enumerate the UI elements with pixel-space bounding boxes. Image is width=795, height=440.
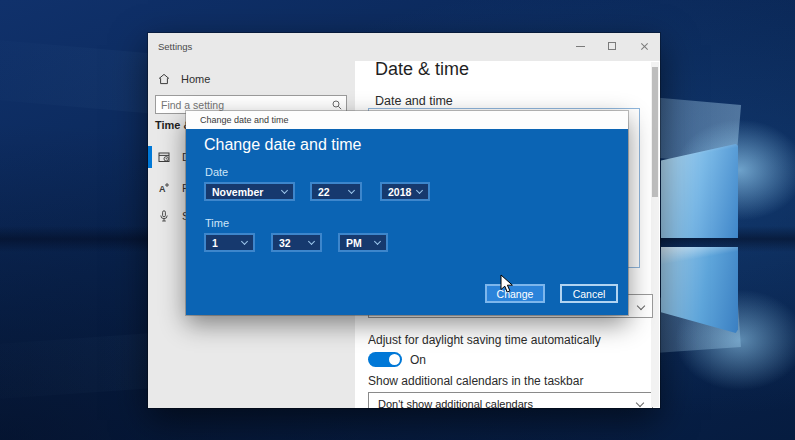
combobox-value: Don't show additional calendars (378, 398, 533, 408)
logo-glow (650, 100, 795, 240)
window-title: Settings (158, 41, 192, 52)
chevron-down-icon (308, 237, 315, 244)
search-icon (332, 100, 342, 110)
ampm-select[interactable]: PM (338, 233, 388, 252)
date-label: Date (205, 166, 228, 178)
chevron-down-icon (348, 186, 355, 193)
additional-calendars-combobox[interactable]: Don't show additional calendars (368, 392, 653, 408)
cancel-button[interactable]: Cancel (560, 284, 618, 303)
language-icon: A (158, 182, 170, 194)
minute-select[interactable]: 32 (271, 233, 322, 252)
windows-logo-pane-top (661, 141, 738, 238)
toggle-knob (389, 354, 400, 365)
year-value: 2018 (388, 186, 411, 198)
home-label: Home (181, 73, 210, 85)
desktop: Settings Home Time & language Date & tim… (0, 0, 795, 440)
windows-logo-pane-bottom (661, 247, 738, 333)
chevron-down-icon (416, 186, 423, 193)
chevron-down-icon (241, 237, 248, 244)
dialog-title: Change date and time (200, 115, 289, 125)
ampm-value: PM (346, 237, 362, 249)
window-controls (564, 33, 660, 59)
month-select[interactable]: November (204, 182, 295, 201)
chevron-down-icon (281, 186, 288, 193)
change-button[interactable]: Change (485, 284, 545, 303)
chevron-down-icon (636, 399, 644, 407)
microphone-icon (158, 210, 170, 222)
dialog-heading: Change date and time (204, 136, 361, 154)
close-button[interactable] (628, 33, 660, 59)
maximize-icon (608, 42, 616, 50)
daylight-saving-label: Adjust for daylight saving time automati… (368, 333, 601, 347)
maximize-button[interactable] (596, 33, 628, 59)
home-icon (158, 73, 170, 85)
minimize-button[interactable] (564, 33, 596, 59)
scrollbar-thumb[interactable] (652, 67, 658, 197)
logo-glow (650, 270, 795, 410)
minimize-icon (576, 46, 585, 47)
sidebar-item-home[interactable]: Home (158, 70, 210, 88)
change-date-time-dialog: Change date and time Change date and tim… (186, 111, 628, 315)
scrollbar[interactable] (651, 62, 659, 407)
hour-select[interactable]: 1 (204, 233, 255, 252)
day-value: 22 (318, 186, 330, 198)
hour-value: 1 (212, 237, 218, 249)
page-title: Date & time (375, 59, 469, 80)
calendar-clock-icon (158, 151, 170, 163)
minute-value: 32 (279, 237, 291, 249)
toggle-state-label: On (410, 353, 426, 367)
close-icon (640, 42, 649, 51)
svg-text:A: A (159, 184, 166, 194)
chevron-down-icon (374, 237, 381, 244)
daylight-saving-toggle[interactable] (368, 352, 402, 367)
time-label: Time (205, 217, 229, 229)
dialog-body: Change date and time Date November 22 20… (186, 129, 628, 315)
dialog-titlebar[interactable]: Change date and time (186, 111, 628, 129)
month-value: November (212, 186, 263, 198)
year-select[interactable]: 2018 (380, 182, 430, 201)
date-time-section-label: Date and time (375, 94, 453, 108)
chevron-down-icon (637, 302, 645, 310)
additional-calendars-label: Show additional calendars in the taskbar (368, 374, 583, 388)
day-select[interactable]: 22 (310, 182, 362, 201)
